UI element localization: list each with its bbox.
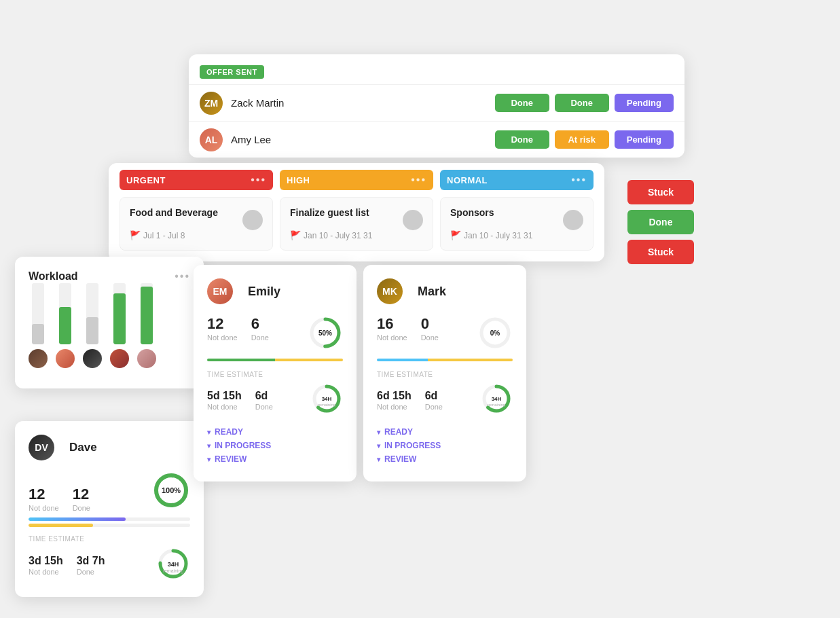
- task-date-guest: 🚩 Jan 10 - July 31 31: [290, 230, 423, 240]
- bar-avatar-2: [56, 349, 75, 368]
- person-name-amy: Amy Lee: [231, 134, 495, 145]
- bar-avatar-1: [29, 349, 48, 368]
- offer-sent-badge: OFFER SENT: [200, 65, 264, 79]
- pill-at-risk[interactable]: At risk: [555, 130, 609, 149]
- pill-done2[interactable]: Done: [555, 94, 609, 112]
- emily-done: 6 Done: [251, 315, 269, 353]
- mark-te-not-done: 6d 15h Not done: [377, 390, 412, 411]
- avatar-zack: ZM: [200, 92, 223, 115]
- normal-label: NORMAL: [447, 175, 488, 185]
- dave-te-donut: 34H remaining: [156, 547, 190, 583]
- pill-pending-amy[interactable]: Pending: [615, 130, 674, 149]
- task-avatar-food: [242, 210, 263, 230]
- mark-name: Mark: [418, 285, 446, 299]
- dave-donut-svg: 100%: [152, 471, 190, 509]
- bar-avatar-5: [137, 349, 156, 368]
- dave-avatar: DV: [29, 435, 54, 460]
- dave-progress-bar: [29, 517, 190, 521]
- mark-card: MK Mark 16 Not done 0 Done 0% TIME ESTIM…: [363, 265, 526, 481]
- svg-text:34H: 34H: [322, 396, 332, 402]
- side-status-area: Stuck Done Stuck: [627, 180, 694, 264]
- pill-done[interactable]: Done: [495, 94, 549, 112]
- pill-done-amy[interactable]: Done: [495, 130, 549, 149]
- task-card-guest: Finalize guest list 🚩 Jan 10 - July 31 3…: [280, 197, 433, 251]
- emily-avatar: EM: [207, 278, 233, 304]
- dave-done: 12 Done: [73, 486, 90, 512]
- bar-fill-5: [141, 287, 153, 344]
- mark-done: 0 Done: [421, 315, 439, 353]
- dave-pb-yellow: [29, 524, 93, 527]
- bar-group-4: [110, 283, 129, 368]
- workload-header: Workload •••: [29, 270, 190, 283]
- emily-section-in-progress[interactable]: ▾ IN PROGRESS: [207, 441, 343, 450]
- person-name-zack: Zack Martin: [231, 97, 495, 109]
- emily-section-ready[interactable]: ▾ READY: [207, 427, 343, 437]
- mark-section-in-progress[interactable]: ▾ IN PROGRESS: [377, 441, 513, 450]
- kanban-col-normal: NORMAL •••: [440, 170, 594, 190]
- mark-te-row: 6d 15h Not done 6d Done 34H remaining: [377, 382, 513, 418]
- mark-donut: 0%: [477, 315, 513, 353]
- table-row: ZM Zack Martin Done Done Pending: [189, 84, 684, 121]
- side-done[interactable]: Done: [627, 210, 694, 234]
- pill-pending[interactable]: Pending: [615, 94, 674, 112]
- emily-te-label: TIME ESTIMATE: [207, 371, 343, 378]
- offer-sent-card: OFFER SENT ZM Zack Martin Done Done Pend…: [189, 54, 684, 158]
- emily-te-row: 5d 15h Not done 6d Done 34H remaining: [207, 382, 343, 418]
- bar-group-5: [137, 283, 156, 368]
- mark-pb-blue: [377, 359, 428, 361]
- emily-stats: 12 Not done 6 Done 50%: [207, 315, 343, 353]
- bar-wrap-5: [141, 283, 153, 344]
- kanban-col-urgent: URGENT •••: [120, 170, 273, 190]
- workload-title: Workload: [29, 270, 78, 283]
- emily-te-done: 6d Done: [255, 390, 273, 411]
- flag-red-icon: 🚩: [130, 230, 141, 240]
- dave-te-text: 34H: [168, 561, 179, 568]
- mark-section-ready[interactable]: ▾ READY: [377, 427, 513, 437]
- bar-fill-3: [86, 317, 98, 344]
- mark-section-review[interactable]: ▾ REVIEW: [377, 454, 513, 464]
- dave-progress-bar-2: [29, 524, 190, 527]
- kanban-tasks: Food and Beverage 🚩 Jul 1 - Jul 8 Finali…: [109, 197, 604, 261]
- kanban-header: URGENT ••• HIGH ••• NORMAL •••: [109, 163, 604, 197]
- bar-fill-4: [113, 293, 126, 344]
- bar-wrap-1: [32, 283, 44, 344]
- mark-te-done: 6d Done: [425, 390, 443, 411]
- mark-avatar: MK: [377, 278, 403, 304]
- emily-section-review[interactable]: ▾ REVIEW: [207, 454, 343, 464]
- emily-te-donut-svg: 34H remaining: [310, 382, 343, 415]
- task-title-food: Food and Beverage: [130, 207, 218, 218]
- mark-progress-bar: [377, 359, 513, 361]
- flag-blue-icon: 🚩: [450, 230, 461, 240]
- mark-te-label: TIME ESTIMATE: [377, 371, 513, 378]
- zack-status-pills: Done Done Pending: [495, 94, 674, 112]
- table-row: AL Amy Lee Done At risk Pending: [189, 121, 684, 158]
- workload-menu[interactable]: •••: [175, 270, 190, 283]
- emily-header: EM Emily: [207, 278, 343, 304]
- dave-pb-blue: [29, 517, 126, 521]
- normal-dots[interactable]: •••: [571, 174, 587, 186]
- task-date-food: 🚩 Jul 1 - Jul 8: [130, 230, 263, 240]
- urgent-dots[interactable]: •••: [251, 174, 266, 186]
- mark-te-donut: 34H remaining: [480, 382, 513, 418]
- kanban-card: URGENT ••• HIGH ••• NORMAL ••• Food and …: [109, 163, 604, 261]
- emily-card: EM Emily 12 Not done 6 Done 50% TIME EST…: [194, 265, 357, 481]
- workload-card: Workload •••: [15, 257, 204, 388]
- svg-text:34H: 34H: [492, 396, 502, 402]
- dave-te-label: TIME ESTIMATE: [29, 535, 190, 543]
- mark-te-donut-svg: 34H remaining: [480, 382, 513, 415]
- bar-avatar-3: [83, 349, 102, 368]
- dave-progress-text: 100%: [162, 486, 181, 494]
- high-dots[interactable]: •••: [411, 174, 426, 186]
- mark-donut-svg: 0%: [477, 315, 513, 350]
- mark-stats: 16 Not done 0 Done 0%: [377, 315, 513, 353]
- emily-pb-green: [207, 359, 275, 361]
- emily-progress-text: 50%: [318, 329, 332, 337]
- bar-wrap-4: [113, 283, 126, 344]
- emily-te-donut: 34H remaining: [310, 382, 343, 418]
- mark-pb-yellow: [428, 359, 513, 361]
- side-stuck-1[interactable]: Stuck: [627, 180, 694, 204]
- chevron-down-icon: ▾: [377, 442, 380, 450]
- side-stuck-2[interactable]: Stuck: [627, 240, 694, 264]
- dave-time-estimate: TIME ESTIMATE 3d 15h Not done 3d 7h Done…: [29, 535, 190, 583]
- svg-text:remaining: remaining: [488, 403, 505, 407]
